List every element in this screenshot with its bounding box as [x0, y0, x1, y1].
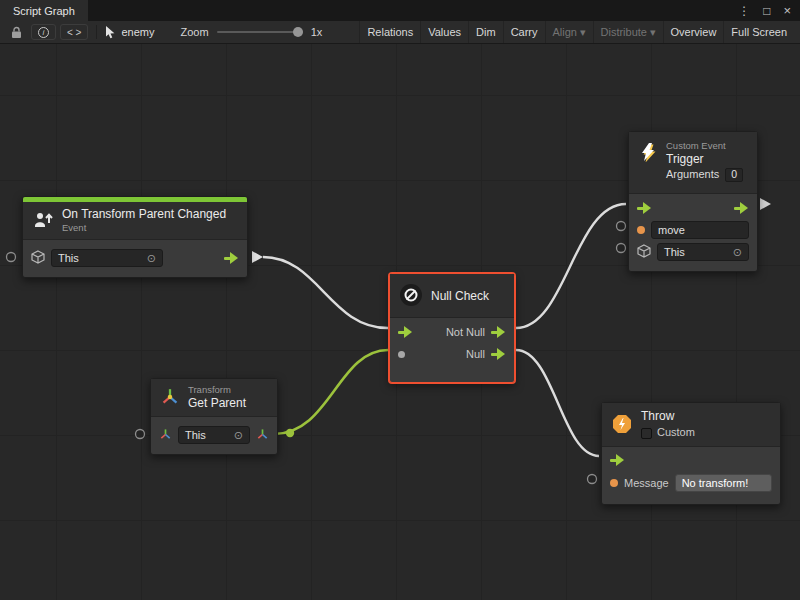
event-name-value: move: [658, 224, 685, 236]
throw-message-port[interactable]: [588, 475, 597, 484]
wire-event-to-nullcheck: [263, 257, 388, 328]
code-icon: < >: [67, 27, 81, 38]
align-dropdown[interactable]: Align▾: [545, 21, 593, 43]
arguments-label: Arguments: [666, 168, 719, 182]
node-get-parent[interactable]: Transform Get Parent This ⊙: [150, 378, 278, 455]
toolbar-separator: [96, 25, 97, 39]
flow-output-port[interactable]: [224, 252, 239, 264]
target-dropdown[interactable]: This ⊙: [178, 426, 250, 444]
zoom-slider-handle[interactable]: [293, 27, 303, 37]
graph-canvas[interactable]: On Transform Parent Changed Event This ⊙: [0, 44, 800, 600]
flow-output-port[interactable]: [734, 202, 749, 214]
graph-reference[interactable]: enemy: [105, 26, 154, 39]
trigger-target-port[interactable]: [617, 244, 626, 253]
cursor-icon: [105, 26, 116, 39]
node-subtitle: Event: [62, 222, 226, 234]
custom-checkbox[interactable]: [641, 428, 652, 439]
node-title: On Transform Parent Changed: [62, 207, 226, 222]
menu-icon[interactable]: ⋮: [738, 5, 750, 17]
node-title: Get Parent: [188, 396, 246, 411]
transform-output-port[interactable]: [256, 428, 269, 443]
string-port-dot[interactable]: [637, 226, 645, 234]
node-title: Trigger: [666, 152, 743, 167]
carry-button[interactable]: Carry: [503, 21, 545, 43]
tab-script-graph[interactable]: Script Graph: [0, 0, 88, 21]
graph-name-label: enemy: [121, 26, 154, 38]
node-title: Null Check: [431, 289, 489, 303]
cube-icon: [637, 244, 651, 260]
zoom-control: Zoom 1x: [181, 26, 323, 38]
node-on-transform-parent-changed[interactable]: On Transform Parent Changed Event This ⊙: [22, 196, 248, 278]
custom-label: Custom: [657, 426, 695, 440]
arguments-count-field[interactable]: 0: [725, 168, 743, 182]
zoom-value: 1x: [311, 26, 323, 38]
dim-button[interactable]: Dim: [468, 21, 503, 43]
flow-input-port[interactable]: [637, 202, 652, 214]
object-picker-icon[interactable]: ⊙: [733, 247, 742, 258]
custom-event-icon: [638, 142, 658, 164]
lock-icon[interactable]: [6, 26, 27, 39]
event-name-field[interactable]: move: [651, 221, 749, 239]
value-input-port[interactable]: [398, 351, 405, 358]
string-port-dot[interactable]: [610, 479, 618, 487]
target-dropdown[interactable]: This ⊙: [51, 249, 163, 267]
object-picker-icon[interactable]: ⊙: [234, 430, 243, 441]
node-throw[interactable]: Throw Custom Message No transform!: [601, 402, 781, 505]
script-graph-window: Script Graph ⋮ □ × i < > enemy Zoom 1x: [0, 0, 800, 600]
flow-input-port[interactable]: [398, 326, 413, 338]
info-button[interactable]: i: [31, 24, 56, 40]
null-check-icon: [399, 283, 423, 309]
maximize-icon[interactable]: □: [763, 5, 770, 17]
target-value: This: [185, 429, 206, 441]
wire-null-to-throw: [516, 350, 599, 456]
transform-port-icon[interactable]: [159, 428, 172, 443]
node-null-check[interactable]: Null Check Not Null Null: [389, 273, 515, 383]
transform-parent-changed-icon: [32, 209, 54, 233]
tab-bar: Script Graph ⋮ □ ×: [0, 0, 800, 21]
trigger-name-port[interactable]: [617, 222, 626, 231]
target-value: This: [58, 252, 79, 264]
zoom-slider[interactable]: [217, 31, 303, 33]
node-category: Custom Event: [666, 140, 743, 152]
event-target-port[interactable]: [7, 253, 16, 262]
code-view-button[interactable]: < >: [60, 24, 88, 40]
not-null-output-port[interactable]: [491, 326, 506, 338]
transform-icon: [160, 387, 180, 409]
throw-exception-icon: [611, 413, 633, 437]
null-label: Null: [466, 348, 485, 360]
not-null-label: Not Null: [446, 326, 485, 338]
event-output-port-triangle[interactable]: [252, 251, 263, 263]
fullscreen-button[interactable]: Full Screen: [723, 21, 794, 43]
distribute-dropdown[interactable]: Distribute▾: [593, 21, 663, 43]
toolbar-button-group: Relations Values Dim Carry Align▾ Distri…: [359, 21, 794, 43]
message-value: No transform!: [682, 477, 749, 489]
value-wire-dot: [286, 429, 294, 437]
chevron-down-icon: ▾: [650, 26, 656, 39]
tab-label: Script Graph: [13, 5, 75, 17]
getparent-target-port[interactable]: [136, 430, 145, 439]
node-trigger-custom-event[interactable]: Custom Event Trigger Arguments 0 move: [628, 131, 758, 272]
zoom-label: Zoom: [181, 26, 209, 38]
trigger-output-port-triangle[interactable]: [760, 198, 771, 210]
null-output-port[interactable]: [491, 348, 506, 360]
info-icon: i: [38, 27, 49, 38]
values-button[interactable]: Values: [420, 21, 468, 43]
object-picker-icon[interactable]: ⊙: [147, 253, 156, 264]
node-title: Throw: [641, 409, 695, 424]
overview-button[interactable]: Overview: [663, 21, 724, 43]
window-controls: ⋮ □ ×: [729, 0, 800, 21]
target-value: This: [664, 246, 685, 258]
node-category: Transform: [188, 384, 246, 396]
cube-icon: [31, 250, 45, 266]
relations-button[interactable]: Relations: [359, 21, 420, 43]
wire-notnull-to-trigger: [516, 204, 626, 328]
target-dropdown[interactable]: This ⊙: [657, 243, 749, 261]
close-icon[interactable]: ×: [783, 4, 791, 17]
message-label: Message: [624, 477, 669, 489]
wire-getparent-to-nullcheck: [274, 350, 388, 434]
flow-input-port[interactable]: [610, 454, 625, 466]
chevron-down-icon: ▾: [580, 26, 586, 39]
message-field[interactable]: No transform!: [675, 474, 772, 492]
graph-toolbar: i < > enemy Zoom 1x Relations Values Dim…: [0, 21, 800, 44]
